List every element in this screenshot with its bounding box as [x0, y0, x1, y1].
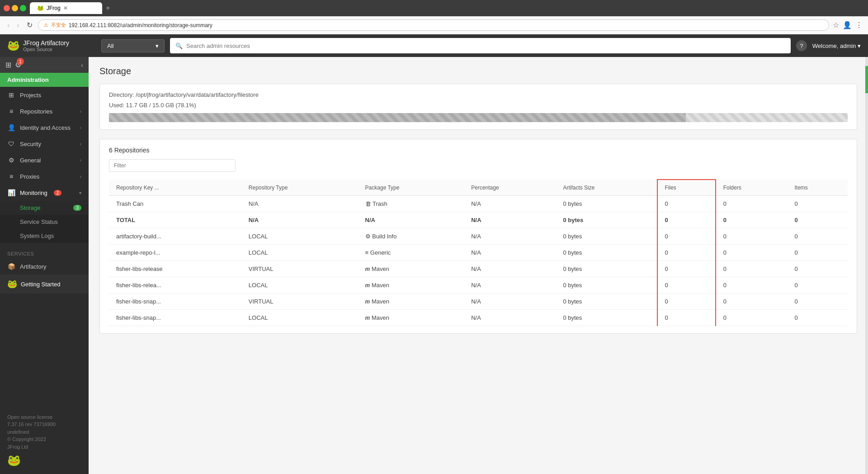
browser-min-btn[interactable] [12, 5, 18, 11]
td-package-type: 🗑 Trash [358, 196, 464, 212]
sidebar-submenu-storage[interactable]: Storage 3 [0, 201, 89, 215]
projects-icon: ⊞ [7, 91, 15, 99]
td-items: 0 [787, 294, 848, 310]
logo-text-block: JFrog Artifactory Open Source [23, 39, 69, 52]
td-repo-type: LOCAL [241, 277, 358, 294]
table-row: fisher-libs-snap... VIRTUAL m Maven N/A … [109, 294, 848, 310]
dropdown-chevron-icon: ▾ [156, 43, 159, 49]
sidebar-submenu-system-logs[interactable]: System Logs [0, 229, 89, 243]
scroll-indicator [865, 57, 868, 474]
th-package-type: Package Type [358, 180, 464, 196]
td-files: 0 [657, 294, 716, 310]
td-repo-key: example-repo-l... [109, 245, 241, 261]
forward-button[interactable]: › [15, 20, 21, 30]
profile-icon[interactable]: 👤 [843, 21, 852, 29]
search-icon: 🔍 [175, 43, 183, 49]
proxies-icon: ≡ [7, 173, 15, 180]
getting-started-label: Getting Started [21, 281, 60, 288]
sidebar-item-identity[interactable]: 👤 Identity and Access › [0, 119, 89, 136]
td-artifacts-size: 0 bytes [556, 261, 657, 277]
browser-tab-close[interactable]: ✕ [63, 5, 68, 11]
storage-card: Directory: /opt/jfrog/artifactory/var/da… [99, 84, 857, 130]
td-repo-key: Trash Can [109, 196, 241, 212]
scope-dropdown[interactable]: All ▾ [101, 39, 165, 52]
app-container: 🐸 JFrog Artifactory Open Source All ▾ 🔍 … [0, 34, 868, 474]
repositories-icon: ≡ [7, 108, 15, 115]
grid-icon-button[interactable]: ⊞ [5, 61, 11, 69]
storage-badge: 3 [73, 205, 81, 211]
sidebar-collapse-icon[interactable]: ‹ [81, 62, 83, 69]
getting-started-item[interactable]: 🐸 Getting Started [0, 275, 89, 294]
th-repo-type: Repository Type [241, 180, 358, 196]
browser-tab[interactable]: 🐸 JFrog ✕ [30, 2, 102, 14]
td-folders: 0 [716, 196, 788, 212]
td-repo-type: LOCAL [241, 245, 358, 261]
td-artifacts-size: 0 bytes [556, 196, 657, 212]
proxies-label: Proxies [20, 173, 39, 180]
reload-button[interactable]: ↻ [25, 20, 34, 30]
sidebar-item-monitoring[interactable]: 📊 Monitoring 2 ▾ [0, 185, 89, 201]
sidebar-item-general[interactable]: ⚙ General › [0, 152, 89, 168]
help-button[interactable]: ? [796, 40, 807, 51]
td-files: 0 [657, 228, 716, 245]
table-row: Trash Can N/A 🗑 Trash N/A 0 bytes 0 0 0 [109, 196, 848, 212]
bookmark-icon[interactable]: ☆ [833, 21, 839, 29]
td-artifacts-size: 0 bytes [556, 310, 657, 326]
th-items: Items [787, 180, 848, 196]
td-percentage: N/A [464, 245, 556, 261]
sidebar-footer: Open source license 7.37.16 rev 73716900… [0, 408, 89, 474]
td-items: 0 [787, 261, 848, 277]
scroll-thumb[interactable] [865, 66, 868, 93]
address-warning-text: 不安全 [51, 22, 66, 28]
browser-controls [4, 5, 26, 11]
td-files: 0 [657, 245, 716, 261]
th-folders: Folders [716, 180, 788, 196]
sidebar-submenu-service-status[interactable]: Service Status [0, 215, 89, 229]
td-folders: 0 [716, 245, 788, 261]
storage-submenu-label: Storage [20, 204, 41, 211]
services-section-label: SERVICES [0, 246, 89, 258]
search-input[interactable] [186, 43, 785, 49]
td-artifacts-size: 0 bytes [556, 277, 657, 294]
browser-max-btn[interactable] [20, 5, 26, 11]
td-repo-key: fisher-libs-snap... [109, 310, 241, 326]
td-percentage: N/A [464, 196, 556, 212]
general-chevron-icon: › [80, 158, 81, 163]
table-row: example-repo-l... LOCAL ≡ Generic N/A 0 … [109, 245, 848, 261]
search-bar[interactable]: 🔍 [170, 38, 791, 53]
address-bar[interactable]: ⚠ 不安全 192.168.42.111:8082/ui/admin/monit… [38, 19, 829, 31]
td-repo-key: fisher-libs-release [109, 261, 241, 277]
sidebar-item-artifactory-left: 📦 Artifactory [7, 263, 47, 270]
new-tab-btn[interactable]: + [106, 4, 110, 12]
td-repo-key: TOTAL [109, 212, 241, 228]
browser-close-btn[interactable] [4, 5, 10, 11]
sidebar-item-projects[interactable]: ⊞ Projects [0, 87, 89, 103]
sidebar-item-proxies[interactable]: ≡ Proxies › [0, 168, 89, 185]
td-package-type: m Maven [358, 310, 464, 326]
td-percentage: N/A [464, 261, 556, 277]
back-button[interactable]: ‹ [5, 20, 11, 30]
td-items: 0 [787, 228, 848, 245]
filter-input[interactable] [109, 159, 236, 172]
browser-tab-title: JFrog [47, 5, 61, 11]
browser-toolbar-icons: ☆ 👤 ⋮ [833, 21, 863, 29]
package-icon: 🗑 [365, 200, 371, 207]
browser-address-bar: ‹ › ↻ ⚠ 不安全 192.168.42.111:8082/ui/admin… [0, 16, 868, 34]
menu-icon[interactable]: ⋮ [855, 21, 863, 29]
td-repo-type: VIRTUAL [241, 294, 358, 310]
repositories-section: 6 Repositories Repository Key ... Reposi… [99, 139, 857, 334]
sidebar-item-repositories[interactable]: ≡ Repositories › [0, 103, 89, 119]
browser-chrome: 🐸 JFrog ✕ + [0, 0, 868, 16]
sidebar-item-security[interactable]: 🛡 Security › [0, 136, 89, 152]
sidebar-item-security-left: 🛡 Security [7, 140, 41, 147]
sidebar-item-artifactory[interactable]: 📦 Artifactory [0, 258, 89, 275]
gear-icon-button[interactable]: ⚙ 1 [15, 61, 21, 69]
td-files: 0 [657, 212, 716, 228]
monitoring-icon: 📊 [7, 189, 15, 196]
logo-subtitle: Open Source [23, 47, 69, 52]
table-header: Repository Key ... Repository Type Packa… [109, 180, 848, 196]
storage-table: Repository Key ... Repository Type Packa… [109, 179, 848, 326]
repos-count-label: 6 Repositories [109, 147, 848, 154]
system-logs-label: System Logs [20, 232, 54, 239]
storage-directory: Directory: /opt/jfrog/artifactory/var/da… [109, 91, 848, 98]
